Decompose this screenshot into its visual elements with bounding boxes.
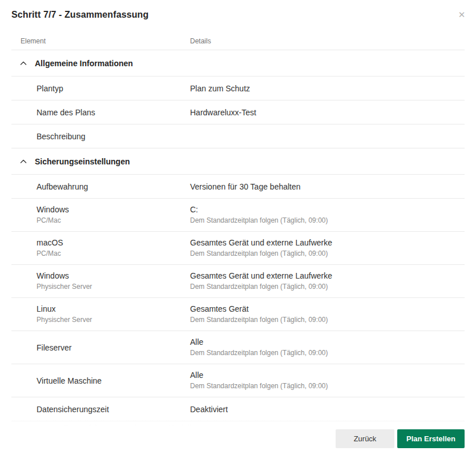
- row-sublabel: PC/Mac: [37, 215, 184, 226]
- details-cell: AlleDem Standardzeitplan folgen (Täglich…: [190, 365, 465, 396]
- row-detail: Alle: [190, 336, 465, 348]
- dialog-header: Schritt 7/7 - Zusammenfassung ✕: [0, 0, 476, 20]
- summary-table: Allgemeine InformationenPlantypPlan zum …: [11, 50, 465, 421]
- row-label: macOS: [37, 237, 184, 248]
- row-sublabel: Physischer Server: [37, 281, 184, 292]
- details-cell: Versionen für 30 Tage behalten: [190, 177, 465, 196]
- table-row: LinuxPhysischer ServerGesamtes GerätDem …: [11, 298, 465, 331]
- row-label: Name des Plans: [37, 107, 184, 118]
- row-subdetail: Dem Standardzeitplan folgen (Täglich, 09…: [190, 248, 465, 259]
- row-subdetail: Dem Standardzeitplan folgen (Täglich, 09…: [190, 315, 465, 325]
- row-label: Beschreibung: [37, 131, 184, 142]
- row-detail: C:: [190, 204, 465, 215]
- details-cell: Plan zum Schutz: [190, 79, 465, 98]
- element-cell: Plantyp: [11, 79, 190, 98]
- details-cell: Gesamtes GerätDem Standardzeitplan folge…: [190, 299, 465, 329]
- element-cell: WindowsPhysischer Server: [11, 266, 190, 296]
- row-subdetail: Dem Standardzeitplan folgen (Täglich, 09…: [190, 281, 465, 292]
- row-detail: Hardwareluxx-Test: [190, 107, 465, 118]
- element-cell: Name des Plans: [11, 103, 190, 122]
- summary-dialog: Schritt 7/7 - Zusammenfassung ✕ Element …: [0, 0, 476, 455]
- element-cell: Aufbewahrung: [11, 177, 190, 196]
- row-label: Virtuelle Maschine: [37, 375, 184, 386]
- details-cell: C:Dem Standardzeitplan folgen (Täglich, …: [190, 200, 465, 230]
- details-cell: Gesamtes Gerät und externe LaufwerkeDem …: [190, 233, 465, 263]
- details-cell: Gesamtes Gerät und externe LaufwerkeDem …: [190, 266, 465, 296]
- details-cell: Hardwareluxx-Test: [190, 103, 465, 122]
- row-detail: Versionen für 30 Tage behalten: [190, 181, 465, 192]
- page-title: Schritt 7/7 - Zusammenfassung: [11, 10, 465, 20]
- row-detail: Gesamtes Gerät: [190, 303, 465, 315]
- row-sublabel: Physischer Server: [37, 315, 184, 325]
- details-cell: [190, 132, 465, 140]
- row-detail: Gesamtes Gerät und externe Laufwerke: [190, 270, 465, 281]
- row-label: Plantyp: [37, 83, 184, 94]
- element-cell: macOSPC/Mac: [11, 233, 190, 263]
- row-detail: Alle: [190, 369, 465, 381]
- section-title: Allgemeine Informationen: [35, 59, 133, 68]
- row-label: Fileserver: [37, 342, 184, 353]
- element-cell: Beschreibung: [11, 127, 190, 146]
- column-header-element: Element: [21, 37, 190, 45]
- section-title: Sicherungseinstellungen: [35, 157, 130, 166]
- section-header-row[interactable]: Sicherungseinstellungen: [11, 148, 465, 175]
- table-row: DatensicherungszeitDeaktiviert: [11, 397, 465, 421]
- element-cell: Datensicherungszeit: [11, 400, 190, 419]
- table-column-headers: Element Details: [11, 37, 465, 50]
- element-cell: Fileserver: [11, 338, 190, 357]
- section-header-row[interactable]: Allgemeine Informationen: [11, 50, 465, 76]
- close-icon[interactable]: ✕: [457, 10, 467, 20]
- table-row: Virtuelle MaschineAlleDem Standardzeitpl…: [11, 364, 465, 397]
- element-cell: WindowsPC/Mac: [11, 200, 190, 230]
- back-button[interactable]: Zurück: [336, 429, 394, 448]
- table-row: AufbewahrungVersionen für 30 Tage behalt…: [11, 175, 465, 199]
- row-detail: Gesamtes Gerät und externe Laufwerke: [190, 237, 465, 248]
- table-row: FileserverAlleDem Standardzeitplan folge…: [11, 331, 465, 364]
- row-detail: Deaktiviert: [190, 404, 465, 415]
- table-row: WindowsPC/MacC:Dem Standardzeitplan folg…: [11, 199, 465, 232]
- row-label: Aufbewahrung: [37, 181, 184, 192]
- table-row: Name des PlansHardwareluxx-Test: [11, 100, 465, 124]
- create-plan-button[interactable]: Plan Erstellen: [397, 429, 465, 448]
- row-detail: Plan zum Schutz: [190, 83, 465, 94]
- dialog-content: Element Details Allgemeine Informationen…: [0, 37, 476, 435]
- row-label: Linux: [37, 303, 184, 315]
- row-subdetail: Dem Standardzeitplan folgen (Täglich, 09…: [190, 348, 465, 359]
- row-label: Datensicherungszeit: [37, 404, 184, 415]
- row-label: Windows: [37, 204, 184, 215]
- row-subdetail: Dem Standardzeitplan folgen (Täglich, 09…: [190, 381, 465, 392]
- table-row: Beschreibung: [11, 124, 465, 148]
- details-cell: AlleDem Standardzeitplan folgen (Täglich…: [190, 332, 465, 363]
- row-sublabel: PC/Mac: [37, 248, 184, 259]
- row-label: Windows: [37, 270, 184, 281]
- column-header-details: Details: [190, 37, 465, 45]
- element-cell: LinuxPhysischer Server: [11, 299, 190, 329]
- dialog-footer: Zurück Plan Erstellen: [0, 429, 476, 455]
- chevron-up-icon[interactable]: [19, 158, 27, 166]
- table-row: PlantypPlan zum Schutz: [11, 76, 465, 100]
- element-cell: Virtuelle Maschine: [11, 371, 190, 390]
- row-subdetail: Dem Standardzeitplan folgen (Täglich, 09…: [190, 215, 465, 226]
- details-cell: Deaktiviert: [190, 400, 465, 419]
- table-row: macOSPC/MacGesamtes Gerät und externe La…: [11, 232, 465, 265]
- table-row: WindowsPhysischer ServerGesamtes Gerät u…: [11, 265, 465, 298]
- chevron-up-icon[interactable]: [19, 59, 27, 67]
